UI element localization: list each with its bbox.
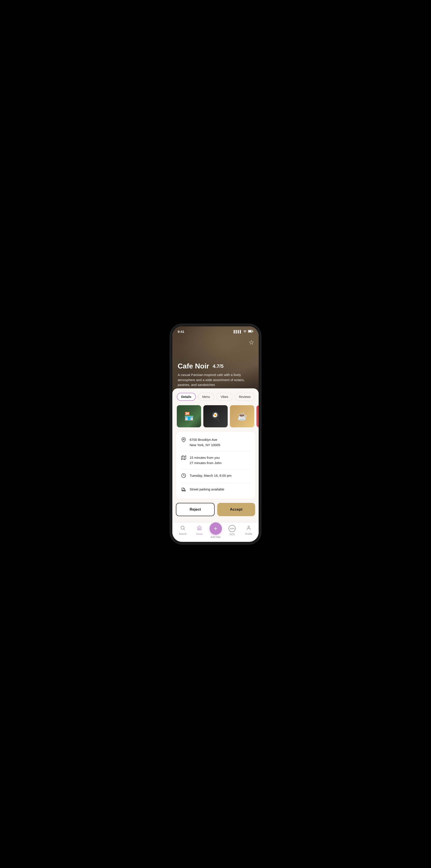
home-icon [197, 525, 202, 532]
svg-rect-2 [253, 331, 253, 332]
nav-profile[interactable]: Profile [242, 524, 255, 537]
profile-label: Profile [245, 532, 252, 535]
signal-icon: ▌▌▌▌ [234, 330, 242, 333]
battery-icon [248, 330, 253, 333]
photo-strip[interactable] [172, 404, 259, 432]
tab-reviews[interactable]: Reviews [235, 393, 255, 401]
tab-details[interactable]: Details [177, 393, 196, 401]
parking-row: Street parking available [177, 483, 254, 497]
parking-text: Street parking available [190, 487, 224, 492]
address-line2: New York, NY 10005 [190, 442, 220, 448]
nav-add-wrapper: + Add Date [209, 522, 222, 538]
wifi-icon [243, 330, 247, 333]
distance-row: 15 minutes from you 27 minutes from John [177, 452, 254, 469]
distance-line2: 27 minutes from John [190, 460, 222, 466]
search-label: Search [179, 532, 187, 535]
bottom-nav: Search Home + Add Date SOS SOS [172, 522, 259, 542]
address-line1: 6700 Brooklyn Ave [190, 437, 220, 442]
restaurant-rating: 4.7/5 [212, 363, 224, 369]
restaurant-name: Cafe Noir [178, 362, 209, 370]
distance-line1: 15 minutes from you [190, 455, 222, 460]
add-icon: + [214, 525, 217, 532]
nav-sos[interactable]: SOS SOS [226, 523, 238, 537]
add-date-label: Add Date [211, 536, 221, 538]
tab-menu[interactable]: Menu [198, 393, 214, 401]
svg-point-3 [183, 439, 184, 440]
nav-home[interactable]: Home [193, 524, 205, 537]
restaurant-description: A casual Parisian-inspired cafe with a l… [178, 372, 253, 388]
location-icon [181, 437, 186, 443]
hero-content: Cafe Noir 4.7/5 A casual Parisian-inspir… [172, 358, 259, 393]
svg-rect-1 [248, 331, 252, 332]
svg-line-12 [184, 529, 185, 530]
tab-vibes[interactable]: Vibes [217, 393, 233, 401]
home-label: Home [196, 532, 202, 535]
photo-thumb-3[interactable] [230, 405, 254, 427]
address-row: 6700 Brooklyn Ave New York, NY 10005 [177, 434, 254, 451]
search-icon [180, 525, 185, 532]
main-content: Details Menu Vibes Reviews [172, 389, 259, 542]
favorite-button[interactable]: ☆ [249, 339, 254, 346]
map-icon [181, 455, 186, 461]
sos-label: SOS [230, 533, 235, 536]
phone-frame: 9:41 ▌▌▌▌ ☆ Cafe N [172, 327, 259, 542]
datetime-row: Tuesday, March 16, 6:00 pm [177, 469, 254, 483]
svg-point-13 [248, 526, 250, 528]
datetime-text: Tuesday, March 16, 6:00 pm [190, 473, 231, 478]
svg-marker-4 [181, 456, 186, 460]
add-date-button[interactable]: + [209, 522, 222, 535]
action-row: Reject Accept [172, 501, 259, 520]
photo-thumb-4[interactable] [257, 405, 259, 427]
sos-text: SOS [230, 527, 235, 530]
details-section: 6700 Brooklyn Ave New York, NY 10005 15 … [176, 432, 255, 498]
star-icon: ☆ [249, 339, 254, 346]
sos-icon: SOS [229, 525, 236, 532]
distance-text: 15 minutes from you 27 minutes from John [190, 455, 222, 466]
hero-title-row: Cafe Noir 4.7/5 [178, 362, 253, 370]
clock-icon [181, 473, 186, 479]
photo-thumb-2[interactable] [203, 405, 228, 427]
reject-button[interactable]: Reject [176, 503, 214, 516]
status-time: 9:41 [178, 330, 184, 334]
accept-button[interactable]: Accept [217, 503, 255, 516]
nav-search[interactable]: Search [176, 524, 189, 537]
status-icons: ▌▌▌▌ [234, 330, 253, 333]
photo-thumb-1[interactable] [177, 405, 201, 427]
tabs-row: Details Menu Vibes Reviews [172, 389, 259, 404]
address-text: 6700 Brooklyn Ave New York, NY 10005 [190, 437, 220, 448]
status-bar: 9:41 ▌▌▌▌ [172, 327, 259, 337]
parking-icon [181, 487, 186, 493]
profile-icon [246, 525, 251, 532]
